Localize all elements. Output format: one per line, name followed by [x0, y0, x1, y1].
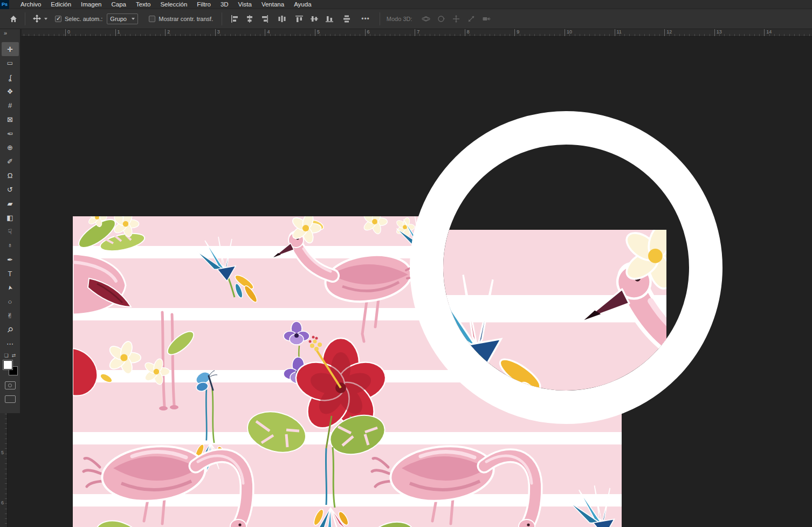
- shape-tool[interactable]: ○: [2, 295, 19, 309]
- screen-mode-button[interactable]: [5, 395, 16, 403]
- ruler-unit: 8: [465, 29, 515, 36]
- quick-mask-icon: [8, 384, 12, 387]
- ruler-unit: 11: [615, 29, 665, 36]
- menu-item[interactable]: Capa: [106, 0, 131, 9]
- crop-tool[interactable]: #: [2, 98, 19, 112]
- main-menu: ArchivoEdiciónImagenCapaTextoSelecciónFi…: [16, 0, 316, 9]
- move-tool[interactable]: ✛: [2, 42, 19, 56]
- frame-tool[interactable]: ⊠: [2, 112, 19, 126]
- eraser-tool[interactable]: ▰: [2, 196, 19, 210]
- gradient-tool[interactable]: ◧: [2, 210, 19, 224]
- brush-tool[interactable]: ✐: [2, 154, 19, 168]
- color-swatches: [2, 360, 18, 376]
- home-icon: [9, 15, 18, 23]
- align-horizontal-centers-button[interactable]: [245, 14, 254, 24]
- align-bottom-edges-button[interactable]: [325, 14, 334, 24]
- canvas-workspace[interactable]: [8, 37, 812, 527]
- align-top-edges-button[interactable]: [294, 14, 304, 24]
- separator: [380, 12, 380, 25]
- menu-item[interactable]: Imagen: [76, 0, 106, 9]
- ruler-unit: 13: [714, 29, 765, 36]
- auto-select-checkbox[interactable]: [55, 16, 61, 22]
- 3d-pan-button[interactable]: [451, 14, 461, 24]
- lasso-tool[interactable]: ʆ: [2, 70, 19, 84]
- menu-item[interactable]: Ayuda: [289, 0, 316, 9]
- photoshop-window: Ps ArchivoEdiciónImagenCapaTextoSelecció…: [0, 0, 812, 527]
- menu-item[interactable]: Ventana: [257, 0, 289, 9]
- 3d-zoom-camera-button[interactable]: [481, 14, 491, 24]
- hand-tool[interactable]: ✌: [2, 309, 19, 323]
- app-logo: Ps: [0, 0, 9, 9]
- eyedropper-tool[interactable]: ✑: [2, 126, 19, 140]
- ruler-unit: 6: [365, 29, 415, 36]
- menu-item[interactable]: Edición: [46, 0, 76, 9]
- ruler-unit: 14: [764, 29, 812, 36]
- history-brush-tool[interactable]: ↺: [2, 182, 19, 196]
- chevron-down-icon: [132, 18, 135, 20]
- align-left-edges-button[interactable]: [230, 14, 239, 24]
- home-button[interactable]: [6, 11, 20, 26]
- ruler-unit: 6: [1, 500, 4, 505]
- chevron-down-icon: [44, 18, 47, 20]
- align-right-edges-button[interactable]: [260, 14, 270, 24]
- more-align-options-button[interactable]: •••: [361, 15, 370, 23]
- zoom-tool[interactable]: ⚲: [2, 323, 19, 337]
- ruler-unit: 9: [514, 29, 565, 36]
- align-buttons-vertical: [294, 14, 334, 24]
- horizontal-ruler[interactable]: 01234567891011121314: [22, 29, 812, 37]
- align-vertical-centers-button[interactable]: [309, 14, 319, 24]
- tools-extras: ❏ ⇄: [2, 353, 18, 403]
- ruler-unit: 2: [165, 29, 215, 36]
- auto-select-label: Selec. autom.:: [65, 16, 102, 22]
- separator: [222, 12, 222, 25]
- ruler-unit: 3: [215, 29, 265, 36]
- ruler-unit: 7: [415, 29, 465, 36]
- 3d-roll-button[interactable]: [436, 14, 446, 24]
- menu-item[interactable]: Texto: [131, 0, 156, 9]
- menu-item[interactable]: 3D: [216, 0, 233, 9]
- ruler-unit: 12: [664, 29, 714, 36]
- type-tool[interactable]: T: [2, 266, 19, 280]
- move-tool-icon: [32, 14, 42, 24]
- distribute-horizontal-button[interactable]: [277, 14, 287, 24]
- mode-3d-label: Modo 3D:: [387, 16, 412, 22]
- ruler-unit: 5: [1, 450, 4, 455]
- align-buttons: [230, 14, 270, 24]
- menu-item[interactable]: Selección: [155, 0, 192, 9]
- menu-bar: Ps ArchivoEdiciónImagenCapaTextoSelecció…: [0, 0, 812, 9]
- edit-toolbar-button[interactable]: ⋯: [2, 337, 19, 351]
- ruler-unit: 4: [265, 29, 315, 36]
- dodge-tool[interactable]: ♀: [2, 238, 19, 252]
- auto-select-target-dropdown[interactable]: Grupo: [107, 13, 138, 24]
- 3d-orbit-button[interactable]: [421, 14, 431, 24]
- collapse-tools-button[interactable]: »: [0, 29, 20, 38]
- tool-preset-picker[interactable]: [30, 14, 50, 24]
- object-selection-tool[interactable]: ❖: [2, 84, 19, 98]
- healing-brush-tool[interactable]: ⊕: [2, 140, 19, 154]
- loupe-zoom-layer[interactable]: [410, 111, 722, 424]
- menu-item[interactable]: Filtro: [192, 0, 216, 9]
- ruler-unit: 0: [65, 29, 115, 36]
- clone-stamp-tool[interactable]: Ω: [2, 168, 19, 182]
- 3d-slide-button[interactable]: [466, 14, 476, 24]
- separator: [25, 12, 25, 25]
- auto-select-target-value: Grupo: [110, 16, 127, 22]
- smudge-tool[interactable]: ☟: [2, 224, 19, 238]
- mode-3d-buttons: [421, 14, 491, 24]
- loupe-magnified-view: [443, 145, 722, 424]
- quick-mask-button[interactable]: [5, 381, 16, 389]
- menu-item[interactable]: Vista: [233, 0, 257, 9]
- marquee-tool[interactable]: ▭: [2, 56, 19, 70]
- pen-tool[interactable]: ✒: [2, 252, 19, 266]
- show-transform-label: Mostrar contr. transf.: [159, 16, 213, 22]
- show-transform-checkbox[interactable]: [149, 16, 155, 22]
- menu-item[interactable]: Archivo: [16, 0, 46, 9]
- distribute-vertical-button[interactable]: [342, 14, 352, 24]
- default-colors-icon[interactable]: ❏: [4, 353, 9, 358]
- ruler-unit: 1: [115, 29, 166, 36]
- ruler-unit: 5: [315, 29, 365, 36]
- path-selection-tool[interactable]: ➤: [2, 280, 19, 295]
- foreground-color-swatch[interactable]: [3, 360, 12, 369]
- swap-colors-icon[interactable]: ⇄: [12, 353, 16, 358]
- ruler-unit: 10: [565, 29, 615, 36]
